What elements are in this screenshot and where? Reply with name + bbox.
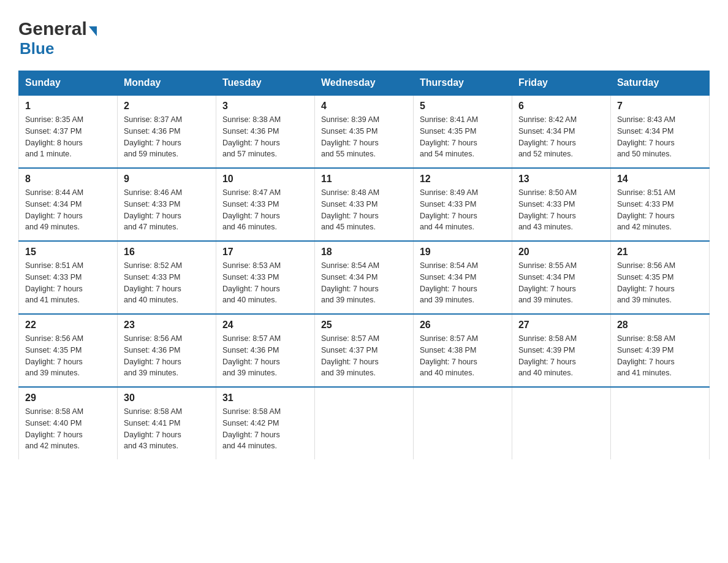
calendar-cell: 26Sunrise: 8:57 AMSunset: 4:38 PMDayligh… [413,314,512,387]
calendar-cell: 17Sunrise: 8:53 AMSunset: 4:33 PMDayligh… [216,241,314,314]
header-friday: Friday [512,71,610,96]
day-number: 22 [25,320,111,331]
calendar-cell: 9Sunrise: 8:46 AMSunset: 4:33 PMDaylight… [117,168,216,241]
logo-general-text: General [18,18,87,39]
calendar-cell: 8Sunrise: 8:44 AMSunset: 4:34 PMDaylight… [19,168,118,241]
calendar-cell: 24Sunrise: 8:57 AMSunset: 4:36 PMDayligh… [216,314,314,387]
day-info: Sunrise: 8:58 AMSunset: 4:39 PMDaylight:… [518,333,604,379]
calendar-cell: 29Sunrise: 8:58 AMSunset: 4:40 PMDayligh… [19,387,118,459]
calendar-cell: 7Sunrise: 8:43 AMSunset: 4:34 PMDaylight… [610,95,709,168]
day-info: Sunrise: 8:56 AMSunset: 4:36 PMDaylight:… [124,333,210,379]
day-info: Sunrise: 8:52 AMSunset: 4:33 PMDaylight:… [124,260,210,306]
day-number: 2 [124,101,210,112]
day-number: 16 [124,247,210,258]
calendar-cell: 6Sunrise: 8:42 AMSunset: 4:34 PMDaylight… [512,95,610,168]
day-number: 29 [25,393,111,404]
calendar-cell: 14Sunrise: 8:51 AMSunset: 4:33 PMDayligh… [610,168,709,241]
day-info: Sunrise: 8:58 AMSunset: 4:42 PMDaylight:… [222,406,308,452]
calendar-cell: 16Sunrise: 8:52 AMSunset: 4:33 PMDayligh… [117,241,216,314]
day-number: 31 [222,393,308,404]
day-number: 30 [124,393,210,404]
day-info: Sunrise: 8:51 AMSunset: 4:33 PMDaylight:… [25,260,111,306]
calendar-cell: 3Sunrise: 8:38 AMSunset: 4:36 PMDaylight… [216,95,314,168]
calendar-cell: 23Sunrise: 8:56 AMSunset: 4:36 PMDayligh… [117,314,216,387]
day-info: Sunrise: 8:48 AMSunset: 4:33 PMDaylight:… [321,187,407,233]
header-saturday: Saturday [610,71,709,96]
day-info: Sunrise: 8:58 AMSunset: 4:39 PMDaylight:… [617,333,703,379]
logo-blue-text: Blue [20,39,54,58]
day-info: Sunrise: 8:54 AMSunset: 4:34 PMDaylight:… [321,260,407,306]
calendar-week-3: 15Sunrise: 8:51 AMSunset: 4:33 PMDayligh… [19,241,710,314]
page-header: General Blue [18,18,710,58]
calendar-cell: 19Sunrise: 8:54 AMSunset: 4:34 PMDayligh… [413,241,512,314]
header-monday: Monday [117,71,216,96]
day-info: Sunrise: 8:55 AMSunset: 4:34 PMDaylight:… [518,260,604,306]
day-number: 12 [420,174,506,185]
day-number: 28 [617,320,703,331]
calendar-header-row: SundayMondayTuesdayWednesdayThursdayFrid… [19,71,710,96]
calendar-week-2: 8Sunrise: 8:44 AMSunset: 4:34 PMDaylight… [19,168,710,241]
day-number: 13 [518,174,604,185]
calendar-cell: 13Sunrise: 8:50 AMSunset: 4:33 PMDayligh… [512,168,610,241]
day-info: Sunrise: 8:47 AMSunset: 4:33 PMDaylight:… [222,187,308,233]
day-number: 17 [222,247,308,258]
day-number: 27 [518,320,604,331]
calendar-cell: 20Sunrise: 8:55 AMSunset: 4:34 PMDayligh… [512,241,610,314]
calendar-cell: 4Sunrise: 8:39 AMSunset: 4:35 PMDaylight… [314,95,413,168]
day-number: 4 [321,101,407,112]
day-number: 19 [420,247,506,258]
day-number: 9 [124,174,210,185]
calendar-cell [314,387,413,459]
calendar-cell: 21Sunrise: 8:56 AMSunset: 4:35 PMDayligh… [610,241,709,314]
calendar-cell: 5Sunrise: 8:41 AMSunset: 4:35 PMDaylight… [413,95,512,168]
calendar-cell: 2Sunrise: 8:37 AMSunset: 4:36 PMDaylight… [117,95,216,168]
day-info: Sunrise: 8:57 AMSunset: 4:38 PMDaylight:… [420,333,506,379]
day-info: Sunrise: 8:43 AMSunset: 4:34 PMDaylight:… [617,114,703,160]
day-number: 23 [124,320,210,331]
day-number: 21 [617,247,703,258]
day-number: 10 [222,174,308,185]
calendar-cell: 10Sunrise: 8:47 AMSunset: 4:33 PMDayligh… [216,168,314,241]
day-number: 3 [222,101,308,112]
day-info: Sunrise: 8:57 AMSunset: 4:37 PMDaylight:… [321,333,407,379]
calendar-week-1: 1Sunrise: 8:35 AMSunset: 4:37 PMDaylight… [19,95,710,168]
calendar-cell: 25Sunrise: 8:57 AMSunset: 4:37 PMDayligh… [314,314,413,387]
day-info: Sunrise: 8:58 AMSunset: 4:40 PMDaylight:… [25,406,111,452]
day-info: Sunrise: 8:38 AMSunset: 4:36 PMDaylight:… [222,114,308,160]
day-number: 25 [321,320,407,331]
day-info: Sunrise: 8:53 AMSunset: 4:33 PMDaylight:… [222,260,308,306]
day-info: Sunrise: 8:56 AMSunset: 4:35 PMDaylight:… [617,260,703,306]
calendar-week-4: 22Sunrise: 8:56 AMSunset: 4:35 PMDayligh… [19,314,710,387]
day-number: 7 [617,101,703,112]
day-number: 26 [420,320,506,331]
day-info: Sunrise: 8:46 AMSunset: 4:33 PMDaylight:… [124,187,210,233]
calendar-cell [512,387,610,459]
day-info: Sunrise: 8:35 AMSunset: 4:37 PMDaylight:… [25,114,111,160]
day-number: 6 [518,101,604,112]
day-number: 24 [222,320,308,331]
header-wednesday: Wednesday [314,71,413,96]
logo: General Blue [18,18,97,58]
calendar-cell [413,387,512,459]
calendar-cell: 31Sunrise: 8:58 AMSunset: 4:42 PMDayligh… [216,387,314,459]
calendar-cell: 30Sunrise: 8:58 AMSunset: 4:41 PMDayligh… [117,387,216,459]
calendar-cell: 11Sunrise: 8:48 AMSunset: 4:33 PMDayligh… [314,168,413,241]
day-number: 14 [617,174,703,185]
day-info: Sunrise: 8:37 AMSunset: 4:36 PMDaylight:… [124,114,210,160]
day-info: Sunrise: 8:50 AMSunset: 4:33 PMDaylight:… [518,187,604,233]
day-info: Sunrise: 8:57 AMSunset: 4:36 PMDaylight:… [222,333,308,379]
header-tuesday: Tuesday [216,71,314,96]
calendar-table: SundayMondayTuesdayWednesdayThursdayFrid… [18,71,710,459]
day-info: Sunrise: 8:44 AMSunset: 4:34 PMDaylight:… [25,187,111,233]
day-number: 11 [321,174,407,185]
calendar-cell: 27Sunrise: 8:58 AMSunset: 4:39 PMDayligh… [512,314,610,387]
day-info: Sunrise: 8:49 AMSunset: 4:33 PMDaylight:… [420,187,506,233]
calendar-cell: 28Sunrise: 8:58 AMSunset: 4:39 PMDayligh… [610,314,709,387]
day-info: Sunrise: 8:39 AMSunset: 4:35 PMDaylight:… [321,114,407,160]
header-sunday: Sunday [19,71,118,96]
day-info: Sunrise: 8:56 AMSunset: 4:35 PMDaylight:… [25,333,111,379]
day-number: 18 [321,247,407,258]
day-number: 5 [420,101,506,112]
calendar-cell: 22Sunrise: 8:56 AMSunset: 4:35 PMDayligh… [19,314,118,387]
calendar-cell [610,387,709,459]
